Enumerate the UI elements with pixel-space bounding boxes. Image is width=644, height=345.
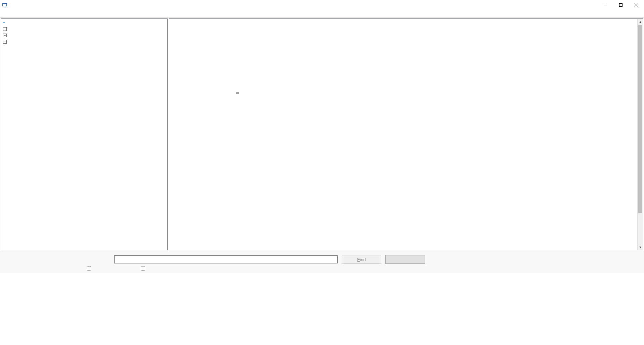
checkbox-search-names[interactable] (141, 266, 145, 270)
body-area: + + + ▲ ▼ (0, 17, 644, 251)
check-search-selected[interactable] (85, 265, 92, 272)
find-input[interactable] (114, 255, 338, 263)
tree-item-hardware-resources[interactable]: + (1, 26, 167, 32)
tree-item-software-environment[interactable]: + (1, 39, 167, 45)
menu-help[interactable] (22, 13, 29, 14)
close-button[interactable] (629, 0, 644, 10)
app-icon (2, 2, 7, 8)
detail-pane: ▲ ▼ (169, 18, 643, 250)
svg-rect-4 (619, 4, 622, 7)
tree-item-components[interactable]: + (1, 32, 167, 39)
minimize-button[interactable] (598, 0, 613, 10)
find-button[interactable]: Find (342, 255, 381, 264)
tree-label (8, 35, 10, 36)
maximize-button[interactable] (613, 0, 629, 10)
footer: Find (0, 251, 644, 273)
scroll-down-icon[interactable]: ▼ (638, 244, 643, 250)
check-search-names[interactable] (139, 265, 146, 272)
scroll-up-icon[interactable]: ▲ (638, 19, 643, 24)
tree-label (8, 29, 10, 30)
expander-icon[interactable]: + (3, 27, 7, 31)
find-row: Find (3, 254, 641, 265)
expander-icon[interactable]: + (3, 34, 7, 37)
tree-root-system-summary[interactable] (1, 19, 167, 26)
vertical-scrollbar[interactable]: ▲ ▼ (637, 19, 643, 250)
tree-label (8, 42, 10, 42)
tree-label (3, 22, 5, 23)
check-row (3, 265, 641, 272)
detail-header (169, 19, 637, 26)
window-controls (598, 0, 644, 10)
expander-icon[interactable]: + (3, 40, 7, 44)
menu-edit[interactable] (9, 13, 15, 14)
menu-view[interactable] (15, 13, 22, 14)
detail-table[interactable] (169, 19, 637, 250)
processor-tooltip (236, 92, 239, 94)
tree-pane[interactable]: + + + (1, 18, 168, 250)
menubar (0, 10, 644, 17)
menu-file[interactable] (2, 13, 9, 14)
svg-rect-1 (3, 4, 6, 6)
checkbox-search-selected[interactable] (87, 266, 91, 270)
close-find-button[interactable] (385, 255, 425, 264)
scroll-thumb[interactable] (638, 25, 642, 213)
svg-rect-2 (4, 7, 6, 7)
titlebar (0, 0, 644, 10)
